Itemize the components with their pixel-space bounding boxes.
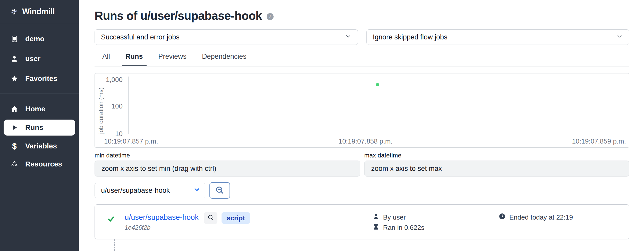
workspace-section: demo user Favorites <box>0 23 79 88</box>
chevron-down-icon <box>616 33 623 41</box>
main-content: Runs of u/user/supabase-hook i Successfu… <box>79 0 644 251</box>
chart-plot[interactable] <box>128 77 626 134</box>
clock-icon <box>499 213 506 222</box>
chart-xtick-min: 10:19:07.857 p.m. <box>104 137 158 145</box>
max-datetime-label: max datetime <box>364 152 629 159</box>
tab-all[interactable]: All <box>99 53 114 66</box>
workspace-label: demo <box>25 35 45 43</box>
chevron-down-icon <box>345 33 352 41</box>
play-icon <box>10 123 19 132</box>
sidebar-item-resources[interactable]: Resources <box>0 155 79 173</box>
chart-xtick-mid: 10:19:07.858 p.m. <box>338 137 393 145</box>
runs-kind-tabs: All Runs Previews Dependencies <box>95 53 629 66</box>
chart-point[interactable] <box>376 83 379 86</box>
tab-runs[interactable]: Runs <box>122 53 147 66</box>
script-path-selected-value: u/user/supabase-hook <box>101 187 170 195</box>
page-title: Runs of u/user/supabase-hook <box>95 9 262 23</box>
timeline-connector <box>114 239 115 251</box>
chart-ytick-1000: 1,000 <box>95 76 123 84</box>
home-icon <box>10 105 19 113</box>
run-ended-text: Ended today at 22:19 <box>509 213 573 221</box>
inspect-run-button[interactable] <box>204 212 217 224</box>
sidebar-item-workspace[interactable]: demo <box>0 29 79 49</box>
run-row-card[interactable]: u/user/supabase-hook script 1e426f2b <box>95 204 629 239</box>
run-by-text: By user <box>383 213 406 221</box>
app-window: Windmill demo <box>0 0 644 251</box>
brand-logo[interactable]: Windmill <box>0 0 79 23</box>
home-label: Home <box>25 105 45 113</box>
min-datetime-label: min datetime <box>95 152 360 159</box>
tab-previews[interactable]: Previews <box>155 53 190 66</box>
resources-label: Resources <box>25 160 62 168</box>
success-check-icon <box>107 215 115 224</box>
sidebar: Windmill demo <box>0 0 79 251</box>
chart-ylabel: job duration (ms) <box>97 87 105 133</box>
min-datetime-input[interactable] <box>95 161 360 177</box>
nav-section: Home Runs $ Variables <box>0 94 79 173</box>
job-status-selected-value: Successful and error jobs <box>101 33 180 41</box>
runs-label: Runs <box>25 123 43 132</box>
boxes-icon <box>10 160 19 168</box>
user-icon <box>10 55 19 63</box>
script-path-select[interactable]: u/user/supabase-hook <box>95 183 205 198</box>
chart-xtick-max: 10:19:07.859 p.m. <box>572 137 626 145</box>
zoom-out-magnifier-icon <box>215 186 224 195</box>
skipped-flow-select[interactable]: Ignore skipped flow jobs <box>366 29 629 45</box>
building-icon <box>10 35 19 43</box>
user-label: user <box>25 55 40 63</box>
dollar-icon: $ <box>10 142 19 150</box>
max-datetime-input[interactable] <box>364 161 629 177</box>
favorites-label: Favorites <box>25 74 57 83</box>
sidebar-item-favorites[interactable]: Favorites <box>0 69 79 88</box>
run-id: 1e426f2b <box>125 224 150 231</box>
chart-ytick-100: 100 <box>95 102 123 110</box>
chevron-down-icon <box>193 186 200 195</box>
brand-name: Windmill <box>22 7 55 16</box>
tab-dependencies[interactable]: Dependencies <box>198 53 250 66</box>
job-kind-badge: script <box>222 212 250 224</box>
hourglass-icon <box>372 223 379 232</box>
duration-chart[interactable]: job duration (ms) 1,000 100 10 10:19:07.… <box>95 73 629 148</box>
sidebar-item-variables[interactable]: $ Variables <box>0 137 79 155</box>
person-icon <box>372 213 379 222</box>
job-status-select[interactable]: Successful and error jobs <box>95 29 358 45</box>
skipped-flow-selected-value: Ignore skipped flow jobs <box>373 33 447 41</box>
sidebar-item-user[interactable]: user <box>0 49 79 69</box>
chart-ytick-10: 10 <box>95 130 123 138</box>
sidebar-item-home[interactable]: Home <box>0 100 79 118</box>
run-duration-text: Ran in 0.622s <box>383 224 424 232</box>
magnifier-icon <box>207 214 214 222</box>
search-runs-button[interactable] <box>209 182 230 199</box>
info-icon[interactable]: i <box>267 13 274 20</box>
windmill-pinwheel-icon <box>10 7 18 16</box>
run-path-link[interactable]: u/user/supabase-hook <box>125 213 199 222</box>
sidebar-item-runs[interactable]: Runs <box>4 120 75 136</box>
star-icon <box>10 74 19 83</box>
variables-label: Variables <box>25 142 57 150</box>
